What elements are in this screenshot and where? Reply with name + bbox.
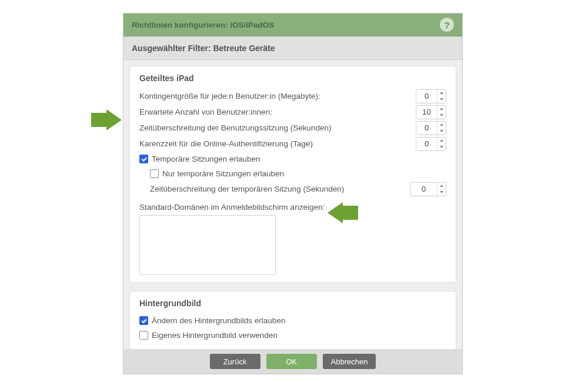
dialog-title: Richtlinien konfigurieren: iOS/iPadOS [132, 21, 274, 29]
quota-row: Kontingentgröße für jede:n Benutzer:in (… [139, 89, 446, 104]
domains-label: Standard-Domänen im Anmeldebildschirm an… [139, 203, 446, 212]
quota-input[interactable]: 0 [416, 89, 446, 103]
cancel-button[interactable]: Abbrechen [323, 354, 376, 369]
allow-change-label: Ändern des Hintergrundbilds erlauben [152, 316, 446, 325]
quota-label: Kontingentgröße für jede:n Benutzer:in (… [139, 92, 416, 100]
back-button[interactable]: Zurück [210, 354, 260, 369]
filter-bar: Ausgewählter Filter: Betreute Geräte [123, 36, 462, 60]
grace-input[interactable]: 0 [416, 137, 446, 151]
use-custom-checkbox[interactable] [139, 331, 148, 340]
grace-spinner[interactable] [437, 138, 446, 150]
annotation-arrow-icon [91, 109, 122, 130]
grace-value: 0 [416, 139, 437, 148]
help-icon[interactable]: ? [440, 18, 454, 32]
allow-change-row[interactable]: Ändern des Hintergrundbilds erlauben [139, 314, 446, 328]
session-timeout-value: 0 [416, 123, 437, 132]
grace-row: Karenzzeit für die Online-Authentifizier… [139, 136, 446, 152]
quota-spinner[interactable] [437, 90, 446, 103]
expected-users-value: 10 [416, 108, 437, 116]
allow-temp-checkbox[interactable] [139, 155, 148, 163]
session-timeout-spinner[interactable] [437, 122, 446, 135]
quota-value: 0 [416, 92, 437, 100]
wallpaper-title: Hintergrundbild [139, 299, 446, 308]
session-timeout-row: Zeitüberschreitung der Benutzungssitzung… [139, 120, 446, 136]
domains-textarea[interactable] [139, 215, 276, 275]
allow-temp-row[interactable]: Temporäre Sitzungen erlauben [139, 152, 446, 166]
expected-users-input[interactable]: 10 [416, 105, 446, 119]
dialog-footer: Zurück OK Abbrechen [123, 349, 462, 374]
ok-button[interactable]: OK [266, 354, 317, 369]
shared-ipad-panel: Geteiltes iPad Kontingentgröße für jede:… [129, 66, 456, 283]
session-timeout-input[interactable]: 0 [416, 121, 446, 135]
allow-change-checkbox[interactable] [139, 316, 148, 325]
expected-users-row: Erwartete Anzahl von Benutzer:innen: 10 [139, 105, 446, 120]
use-custom-label: Eigenes Hintergrundbild verwenden [152, 331, 446, 340]
only-temp-row[interactable]: Nur temporäre Sitzungen erlauben [150, 167, 446, 181]
only-temp-checkbox[interactable] [150, 169, 159, 178]
grace-label: Karenzzeit für die Online-Authentifizier… [139, 139, 416, 148]
expected-users-label: Erwartete Anzahl von Benutzer:innen: [139, 108, 416, 116]
svg-marker-1 [328, 202, 358, 223]
dialog-header: Richtlinien konfigurieren: iOS/iPadOS ? [123, 14, 462, 36]
session-timeout-label: Zeitüberschreitung der Benutzungssitzung… [139, 123, 416, 132]
policy-dialog: Richtlinien konfigurieren: iOS/iPadOS ? … [123, 13, 463, 374]
expected-users-spinner[interactable] [437, 106, 446, 119]
temp-timeout-spinner[interactable] [437, 183, 446, 196]
temp-timeout-input[interactable]: 0 [410, 182, 446, 196]
use-custom-row[interactable]: Eigenes Hintergrundbild verwenden [139, 329, 446, 343]
annotation-arrow-icon [328, 202, 358, 223]
temp-timeout-row: Zeitüberschreitung der temporären Sitzun… [150, 182, 446, 197]
svg-marker-0 [91, 109, 122, 130]
temp-timeout-label: Zeitüberschreitung der temporären Sitzun… [150, 185, 410, 193]
wallpaper-panel: Hintergrundbild Ändern des Hintergrundbi… [129, 291, 456, 349]
allow-temp-label: Temporäre Sitzungen erlauben [152, 155, 446, 163]
temp-timeout-value: 0 [410, 185, 437, 193]
shared-ipad-title: Geteiltes iPad [139, 73, 446, 83]
dialog-content[interactable]: Geteiltes iPad Kontingentgröße für jede:… [123, 60, 462, 349]
only-temp-label: Nur temporäre Sitzungen erlauben [162, 169, 446, 178]
